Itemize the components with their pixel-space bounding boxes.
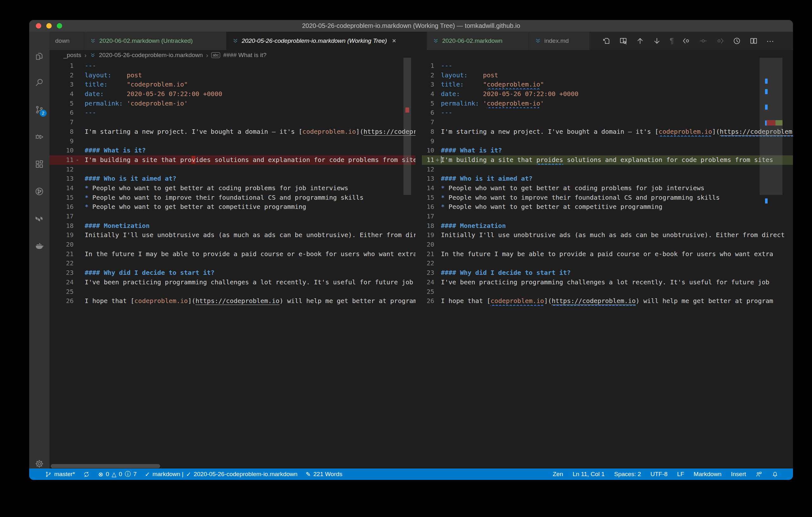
tab-2020-06-02-markdown[interactable]: 2020-06-02.markdown <box>427 32 529 50</box>
modified-code-line-23[interactable]: 23#### Why did I decide to start it? <box>422 268 793 278</box>
modified-code-line-11[interactable]: 11+I'm building a site that proides solu… <box>422 155 793 165</box>
status-feedback[interactable] <box>756 471 762 478</box>
original-code-line-12[interactable]: 12 <box>50 165 415 174</box>
modified-code-line-19[interactable]: 19Initially I'll use unobtrusive ads (as… <box>422 231 793 240</box>
terraform-icon[interactable] <box>35 214 44 223</box>
original-code-line-8[interactable]: 8I'm starting a new project. I've bought… <box>50 127 415 136</box>
render-whitespace-icon[interactable]: ¶ <box>670 37 674 45</box>
modified-code-line-8[interactable]: 8I'm starting a new project. I've bought… <box>422 127 793 136</box>
modified-code-line-2[interactable]: 2layout: post <box>422 71 793 80</box>
original-code-line-10[interactable]: 10#### What is it? <box>50 146 415 155</box>
original-code-line-13[interactable]: 13#### Who is it aimed at? <box>50 174 415 184</box>
modified-code-line-22[interactable]: 22 <box>422 258 793 268</box>
status-language-mode[interactable]: Markdown <box>694 471 722 478</box>
status-git-branch-status[interactable]: master* <box>45 471 75 478</box>
original-code-line-4[interactable]: 4date: 2020-05-26 07:22:00 +0000 <box>50 89 415 99</box>
modified-code-line-5[interactable]: 5permalink: 'codeproblem-io' <box>422 99 793 109</box>
original-code-line-14[interactable]: 14* People who want to get better at cod… <box>50 184 415 193</box>
source-control-icon[interactable]: 2 <box>35 105 44 115</box>
settings-gear-icon[interactable] <box>35 459 44 468</box>
modified-code-line-1[interactable]: 1--- <box>422 61 793 71</box>
right-editor-scrollbar[interactable] <box>760 58 783 195</box>
status-spell-check-language[interactable]: ✓markdown |✓2020-05-26-codeproblem-io.ma… <box>145 471 297 478</box>
title-bar[interactable]: 2020-05-26-codeproblem-io.markdown (Work… <box>29 20 793 32</box>
diff-editor-original-pane[interactable]: 1---2layout: post3title: "codeproblem.io… <box>50 60 415 468</box>
split-editor-icon[interactable] <box>750 37 758 45</box>
breadcrumb-item[interactable]: 2020-05-26-codeproblem-io.markdown <box>99 52 203 59</box>
original-code-line-24[interactable]: 24I've been practicing programming chall… <box>50 278 415 287</box>
modified-code-line-10[interactable]: 10#### What is it? <box>422 146 793 155</box>
previous-change-icon[interactable] <box>636 37 644 45</box>
modified-code-line-16[interactable]: 16* People who want to get better at com… <box>422 202 793 212</box>
breadcrumb-item[interactable]: _posts <box>63 52 81 59</box>
original-code-line-16[interactable]: 16* People who want to get better at com… <box>50 202 415 212</box>
modified-code-line-7[interactable]: 7 <box>422 118 793 127</box>
status-sync-status[interactable] <box>83 471 90 478</box>
original-code-line-20[interactable]: 20 <box>50 240 415 249</box>
open-changes-icon[interactable] <box>602 37 611 45</box>
tab-down[interactable]: down <box>50 32 84 50</box>
search-icon[interactable] <box>35 78 44 87</box>
original-code-line-9[interactable]: 9 <box>50 136 415 146</box>
modified-code-line-4[interactable]: 4date: 2020-05-26 07:22:00 +0000 <box>422 89 793 99</box>
modified-code-line-12[interactable]: 12 <box>422 165 793 174</box>
original-code-line-18[interactable]: 18#### Monetization <box>50 221 415 231</box>
original-code-line-15[interactable]: 15* People who want to improve their fou… <box>50 193 415 203</box>
modified-code-line-13[interactable]: 13#### Who is it aimed at? <box>422 174 793 184</box>
tab-index-md[interactable]: index.md <box>529 32 590 50</box>
explorer-icon[interactable] <box>35 52 44 61</box>
close-tab-icon[interactable]: × <box>392 37 396 44</box>
status-word-count[interactable]: ✎221 Words <box>306 471 342 478</box>
original-code-line-3[interactable]: 3title: "codeproblem.io" <box>50 80 415 89</box>
modified-code-line-3[interactable]: 3title: "codeproblem.io" <box>422 80 793 89</box>
status-cursor-position[interactable]: Ln 11, Col 1 <box>573 471 605 478</box>
modified-code-line-15[interactable]: 15* People who want to improve their fou… <box>422 193 793 203</box>
original-code-line-5[interactable]: 5permalink: 'codeproblem-io' <box>50 99 415 109</box>
status-zen-mode[interactable]: Zen <box>553 471 563 478</box>
status-encoding[interactable]: UTF-8 <box>650 471 668 478</box>
modified-code-line-6[interactable]: 6--- <box>422 108 793 118</box>
original-code-line-6[interactable]: 6--- <box>50 108 415 118</box>
gitlens-icon[interactable] <box>35 187 44 196</box>
original-code-line-23[interactable]: 23#### Why did I decide to start it? <box>50 268 415 278</box>
open-preview-icon[interactable] <box>619 37 628 45</box>
run-debug-icon[interactable] <box>35 132 44 142</box>
docker-icon[interactable] <box>35 241 44 251</box>
tab-2020-05-26-codeproblem-io-markdown-working-tree[interactable]: 2020-05-26-codeproblem-io.markdown (Work… <box>227 32 427 50</box>
original-code-line-7[interactable]: 7 <box>50 118 415 127</box>
modified-code-line-17[interactable]: 17 <box>422 212 793 221</box>
compare-previous-icon[interactable] <box>682 37 691 45</box>
original-code-line-2[interactable]: 2layout: post <box>50 71 415 80</box>
original-code-line-19[interactable]: 19Initially I'll use unobtrusive ads (as… <box>50 231 415 240</box>
diff-editor-modified-pane[interactable]: 1---2layout: post3title: "codeproblem.io… <box>422 60 793 468</box>
original-code-line-26[interactable]: 26I hope that [codeproblem.io](https://c… <box>50 296 415 306</box>
original-code-line-22[interactable]: 22 <box>50 258 415 268</box>
status-problems-status[interactable]: ⊗0△0ⓘ7 <box>98 470 136 478</box>
status-insert-mode[interactable]: Insert <box>731 471 746 478</box>
modified-code-line-26[interactable]: 26I hope that [codeproblem.io](https://c… <box>422 296 793 306</box>
status-notifications[interactable] <box>772 471 778 478</box>
original-code-line-1[interactable]: 1--- <box>50 61 415 71</box>
modified-code-line-18[interactable]: 18#### Monetization <box>422 221 793 231</box>
tab-2020-06-02-markdown-untracked[interactable]: 2020-06-02.markdown (Untracked) <box>84 32 227 50</box>
horizontal-scrollbar[interactable] <box>51 464 160 468</box>
original-code-line-17[interactable]: 17 <box>50 212 415 221</box>
modified-code-line-14[interactable]: 14* People who want to get better at cod… <box>422 184 793 193</box>
original-code-line-25[interactable]: 25 <box>50 287 415 297</box>
breadcrumb-item[interactable]: #### What is it? <box>223 52 266 59</box>
status-eol-sequence[interactable]: LF <box>677 471 684 478</box>
compare-working-icon[interactable] <box>699 37 707 45</box>
left-editor-scrollbar[interactable] <box>403 58 411 195</box>
extensions-icon[interactable] <box>35 159 44 169</box>
modified-code-line-9[interactable]: 9 <box>422 136 793 146</box>
compare-next-icon[interactable] <box>716 37 724 45</box>
modified-code-line-24[interactable]: 24I've been practicing programming chall… <box>422 278 793 287</box>
file-history-icon[interactable] <box>733 37 741 45</box>
modified-code-line-25[interactable]: 25 <box>422 287 793 297</box>
more-actions-icon[interactable]: ··· <box>766 37 774 45</box>
status-indentation[interactable]: Spaces: 2 <box>614 471 641 478</box>
modified-code-line-20[interactable]: 20 <box>422 240 793 249</box>
next-change-icon[interactable] <box>653 37 661 45</box>
original-code-line-11[interactable]: 11-I'm building a site that provides sol… <box>50 155 415 165</box>
original-code-line-21[interactable]: 21In the future I may be able to provide… <box>50 249 415 259</box>
